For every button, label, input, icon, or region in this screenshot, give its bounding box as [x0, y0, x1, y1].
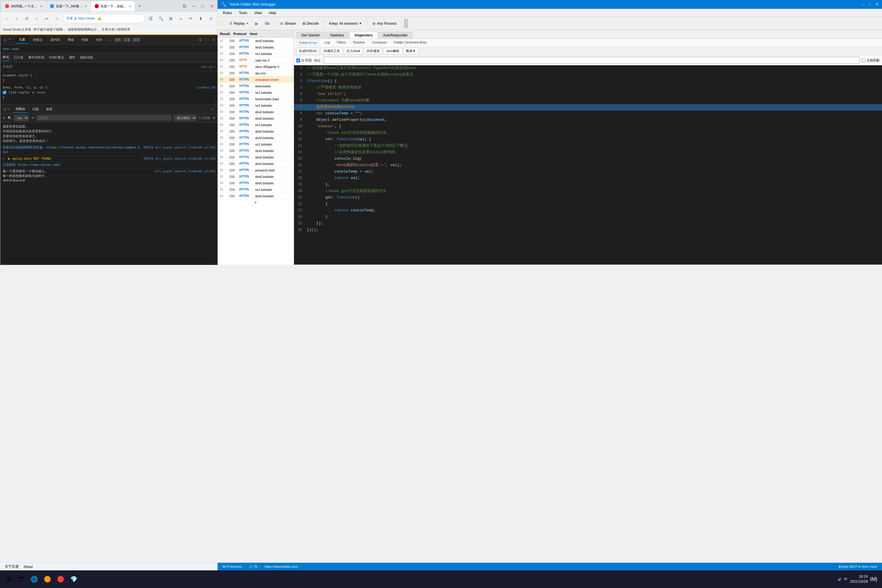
- session-row-10[interactable]: 00 200 HTTPS hectorstatic.baid: [218, 96, 294, 102]
- session-row-15[interactable]: 00 200 HTTPS dss0.bdstatic: [218, 128, 294, 135]
- download-btn[interactable]: ⬇: [196, 14, 205, 22]
- session-row-20[interactable]: 00 200 HTTPS dss0.bdstatic: [218, 160, 294, 167]
- fiddler-maximize[interactable]: □: [869, 2, 871, 6]
- css-link-2[interactable]: (index):26: [196, 85, 216, 90]
- code-editor[interactable]: 1 //当前版本hook工具只支持Content-Type为html的自动hoo…: [294, 65, 882, 265]
- session-row-24[interactable]: 00 200 HTTPS ss1.bdstatic: [218, 186, 294, 193]
- statusbar-hint[interactable]: ⊞ type HELP to learn more: [836, 565, 880, 568]
- tab-close-3[interactable]: ✕: [129, 5, 131, 8]
- regex-checkbox[interactable]: [862, 58, 866, 62]
- bookmark-article[interactable]: 文章分类 | 暗网世界: [102, 27, 130, 32]
- session-row-7[interactable]: 08 200 HTTPS umwatson.event: [218, 76, 294, 83]
- console-filter-input[interactable]: [37, 115, 171, 120]
- session-row-25[interactable]: 00 200 HTTPS dss0.bdstatic: [218, 193, 294, 200]
- browser-tab-3[interactable]: 百度一下，你就... ✕: [91, 1, 135, 11]
- dom-body[interactable]: body: [12, 47, 19, 51]
- console-level-select[interactable]: 默认级别: [174, 115, 196, 121]
- bookmark-darkweb[interactable]: 顶级密密暗网网址分...: [68, 27, 99, 32]
- console-link-3[interactable]: VM254 all_async_search_1ca6c60.js:159: [144, 156, 216, 161]
- devtools-tab-console[interactable]: 控制台: [29, 36, 46, 43]
- tray-ime-indicator[interactable]: IM|: [870, 576, 877, 582]
- console-refresh-icon[interactable]: ↺: [8, 108, 10, 111]
- open-checkbox[interactable]: [296, 58, 300, 62]
- filter-hov-cls[interactable]: :hov .cls +: [201, 65, 216, 69]
- styles-tab-attr[interactable]: 属性: [69, 54, 75, 61]
- right-tab-inspectors[interactable]: Inspectors: [350, 32, 378, 39]
- session-row-18[interactable]: 00 200 HTTPS dss0.bdstatic: [218, 148, 294, 154]
- back-button[interactable]: ‹: [3, 14, 11, 22]
- console-ban-icon[interactable]: ⊘: [3, 116, 5, 120]
- tray-volume[interactable]: 🔊: [838, 578, 842, 581]
- forward-button[interactable]: ›: [13, 14, 21, 22]
- home-button[interactable]: ⌂: [33, 14, 41, 22]
- devtools-tab-memory[interactable]: 内存: [92, 36, 106, 43]
- extension-btn[interactable]: ⊞: [167, 14, 175, 22]
- tool-generate-code[interactable]: 生成代码/JS: [296, 48, 319, 54]
- styles-tab-dom[interactable]: DOM 断点: [49, 54, 64, 61]
- replay-button[interactable]: ↺ Replay ▼: [226, 20, 251, 27]
- browser-tab-1[interactable]: 360导航_一个主... ✕: [2, 1, 46, 11]
- scroll-indicator[interactable]: [404, 19, 408, 28]
- tab-close-2[interactable]: ✕: [85, 5, 87, 8]
- subtab-fiddlerscript[interactable]: FiddlerScript: [296, 40, 320, 45]
- console-tab-issues[interactable]: 问题: [30, 106, 41, 112]
- session-row-16[interactable]: 00 200 HTTPS dss0.bdstatic: [218, 135, 294, 141]
- subtab-timeline[interactable]: Timeline: [351, 40, 367, 45]
- back-button2[interactable]: ↩: [43, 14, 51, 22]
- console-link-5[interactable]: all_async_search_1ca6c60.js:242: [155, 169, 216, 182]
- devtools-tab-elements[interactable]: 元素: [15, 36, 29, 44]
- menu-view[interactable]: View: [251, 10, 265, 16]
- session-row-21[interactable]: 00 200 HTTPS passport.baid: [218, 167, 294, 174]
- styles-tab-computed[interactable]: 已计算: [14, 54, 24, 61]
- tool-memory-browse[interactable]: 内存漫游: [364, 48, 382, 54]
- session-row-9[interactable]: 00 200 HTTPS ss1.bdstatic: [218, 89, 294, 96]
- devtools-tab-performance[interactable]: 性能: [78, 36, 92, 43]
- console-tab-search[interactable]: 搜索: [44, 106, 55, 112]
- styles-tab-styles[interactable]: 样式: [3, 54, 9, 61]
- menu-help[interactable]: Help: [266, 10, 279, 16]
- tab-close-1[interactable]: ✕: [40, 5, 42, 8]
- session-row-1[interactable]: 00 200 HTTPS dss0.bdstatic: [218, 38, 294, 44]
- new-tab-button[interactable]: +: [135, 2, 144, 10]
- window-minimize-btn[interactable]: ─: [190, 3, 198, 9]
- session-row-4[interactable]: 00 200 HTTP uapi.mp.3: [218, 57, 294, 63]
- console-drag-icon[interactable]: ⊟: [4, 108, 6, 111]
- dom-html[interactable]: html: [3, 47, 9, 51]
- browser-tab-2[interactable]: 百度一下_360搜... ✕: [46, 1, 91, 11]
- session-row-6[interactable]: 00 200 HTTPS api.msr: [218, 70, 294, 76]
- console-filter-icon[interactable]: 🔍: [8, 116, 12, 120]
- taskbar-file-explorer[interactable]: 🗔: [16, 573, 27, 586]
- console-close[interactable]: ✕: [209, 107, 216, 111]
- start-button[interactable]: ⊞: [2, 573, 15, 586]
- taskbar-gem[interactable]: 💎: [68, 573, 80, 586]
- devtools-icon-phone[interactable]: 📱: [8, 38, 12, 42]
- session-row-3[interactable]: 00 200 HTTPS ss1.bdstatic: [218, 51, 294, 57]
- right-tab-autoresponder[interactable]: AutoResponder: [378, 32, 412, 39]
- tool-js-debug[interactable]: JS调试工具: [321, 48, 342, 54]
- fiddler-minimize[interactable]: ─: [861, 2, 864, 6]
- session-row-19[interactable]: 00 200 HTTPS dss0.bdstatic: [218, 154, 294, 160]
- styles-tab-event[interactable]: 事件侦听器: [28, 54, 44, 61]
- session-row-12[interactable]: 00 200 HTTPS dss0.bdstatic: [218, 109, 294, 115]
- bookmark-vs[interactable]: Visual Studio之安装: [3, 27, 31, 32]
- bookmark-magnet[interactable]: 种子磁力链接下载网...: [33, 27, 65, 32]
- session-scroll-down[interactable]: ▼: [218, 200, 294, 206]
- session-row-5[interactable]: 00 200 HTTP xbox.360game.3: [218, 63, 294, 70]
- decode-button[interactable]: ⊞ Decode: [300, 20, 321, 27]
- address-input[interactable]: [324, 57, 860, 64]
- stream-button[interactable]: ≋ Stream: [277, 20, 299, 27]
- console-frame-select[interactable]: top: [14, 115, 29, 121]
- styles-tab-accessibility[interactable]: 辅助功能: [80, 54, 93, 61]
- about-baidu[interactable]: 关于百度: [5, 564, 19, 569]
- window-maximize-btn[interactable]: □: [199, 3, 206, 9]
- scissors-btn[interactable]: ✂: [187, 14, 195, 22]
- devtools-more-tabs[interactable]: »: [106, 38, 113, 42]
- session-row-8[interactable]: 00 200 HTTPS www.baidu: [218, 83, 294, 89]
- more-button[interactable]: »: [177, 14, 185, 22]
- taskbar-browser[interactable]: 🌐: [28, 573, 40, 586]
- go-button[interactable]: Go: [262, 20, 272, 27]
- address-bar[interactable]: 百度 ▲ https://www 🔒: [63, 14, 145, 23]
- subtab-composer[interactable]: Composer: [369, 40, 389, 45]
- session-row-22[interactable]: 00 200 HTTPS dss0.bdstatic: [218, 174, 294, 180]
- session-row-2[interactable]: 00 200 HTTPS dss0.bdstatic: [218, 44, 294, 51]
